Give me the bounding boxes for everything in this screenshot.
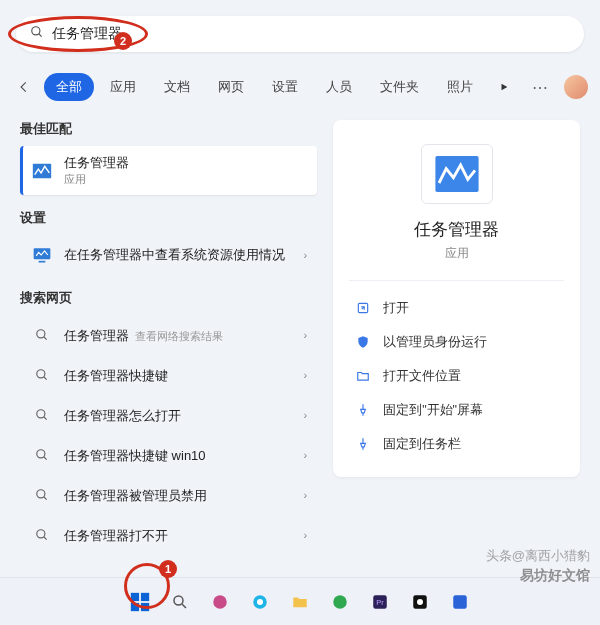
pin-icon bbox=[353, 400, 373, 420]
svg-rect-38 bbox=[453, 595, 467, 609]
chevron-right-icon: › bbox=[304, 329, 308, 341]
divider bbox=[349, 280, 564, 281]
svg-rect-25 bbox=[141, 592, 149, 600]
tab-apps[interactable]: 应用 bbox=[98, 73, 148, 101]
taskbar: Pr bbox=[0, 577, 600, 625]
chevron-right-icon: › bbox=[304, 409, 308, 421]
tab-people[interactable]: 人员 bbox=[314, 73, 364, 101]
web-result-suffix: 查看网络搜索结果 bbox=[135, 330, 223, 342]
tab-documents[interactable]: 文档 bbox=[152, 73, 202, 101]
back-button[interactable] bbox=[12, 75, 36, 99]
folder-icon bbox=[353, 366, 373, 386]
svg-rect-26 bbox=[131, 602, 139, 610]
search-icon bbox=[30, 363, 54, 387]
settings-item[interactable]: 在任务管理器中查看系统资源使用情况 › bbox=[20, 235, 317, 275]
svg-line-13 bbox=[44, 457, 47, 460]
web-result-item[interactable]: 任务管理器被管理员禁用 › bbox=[20, 475, 317, 515]
tab-settings[interactable]: 设置 bbox=[260, 73, 310, 101]
preview-action[interactable]: 固定到"开始"屏幕 bbox=[349, 393, 564, 427]
svg-line-17 bbox=[44, 537, 47, 540]
svg-point-10 bbox=[37, 410, 45, 418]
web-result-item[interactable]: 任务管理器快捷键 win11 › bbox=[20, 555, 317, 565]
svg-rect-27 bbox=[141, 602, 149, 610]
chevron-right-icon: › bbox=[304, 369, 308, 381]
svg-point-0 bbox=[32, 27, 40, 35]
svg-text:Pr: Pr bbox=[376, 598, 384, 607]
web-result-text: 任务管理器 bbox=[64, 328, 129, 343]
web-result-item[interactable]: 任务管理器快捷键 win10 › bbox=[20, 435, 317, 475]
preview-action[interactable]: 打开 bbox=[349, 291, 564, 325]
svg-point-32 bbox=[257, 599, 263, 605]
more-right-icon[interactable] bbox=[493, 76, 515, 98]
monitor-icon bbox=[30, 243, 54, 267]
web-result-item[interactable]: 任务管理器打不开 › bbox=[20, 515, 317, 555]
chevron-right-icon: › bbox=[304, 449, 308, 461]
svg-line-9 bbox=[44, 377, 47, 380]
preview-subtitle: 应用 bbox=[445, 245, 469, 262]
taskbar-app-3[interactable] bbox=[324, 586, 356, 618]
best-match-title: 任务管理器 bbox=[64, 154, 307, 172]
search-icon bbox=[30, 25, 44, 43]
action-label: 打开文件位置 bbox=[383, 368, 461, 385]
svg-line-1 bbox=[39, 34, 42, 37]
preview-pane: 任务管理器 应用 打开以管理员身份运行打开文件位置固定到"开始"屏幕固定到任务栏 bbox=[323, 112, 590, 565]
svg-rect-24 bbox=[131, 592, 139, 600]
search-input[interactable] bbox=[52, 26, 570, 42]
svg-point-30 bbox=[213, 595, 227, 609]
svg-point-12 bbox=[37, 450, 45, 458]
taskbar-file-explorer[interactable] bbox=[284, 586, 316, 618]
settings-item-title: 在任务管理器中查看系统资源使用情况 bbox=[64, 246, 304, 264]
search-icon bbox=[30, 563, 54, 565]
task-manager-icon bbox=[30, 159, 54, 183]
web-result-text: 任务管理器被管理员禁用 bbox=[64, 488, 207, 503]
action-label: 固定到任务栏 bbox=[383, 436, 461, 453]
taskbar-app-4[interactable]: Pr bbox=[364, 586, 396, 618]
chevron-right-icon: › bbox=[304, 529, 308, 541]
more-options[interactable]: ⋯ bbox=[526, 78, 554, 97]
start-button[interactable] bbox=[124, 586, 156, 618]
best-match-subtitle: 应用 bbox=[64, 172, 307, 187]
search-bar[interactable] bbox=[16, 16, 584, 52]
section-best-match: 最佳匹配 bbox=[20, 120, 317, 138]
taskbar-app-5[interactable] bbox=[404, 586, 436, 618]
taskbar-app-6[interactable] bbox=[444, 586, 476, 618]
preview-action[interactable]: 以管理员身份运行 bbox=[349, 325, 564, 359]
svg-line-15 bbox=[44, 497, 47, 500]
svg-point-28 bbox=[174, 596, 183, 605]
best-match-item[interactable]: 任务管理器 应用 bbox=[20, 146, 317, 195]
results-list: 最佳匹配 任务管理器 应用 设置 在任务管理器中查看系统资源使用情况 › 搜索网… bbox=[10, 112, 323, 565]
preview-card: 任务管理器 应用 打开以管理员身份运行打开文件位置固定到"开始"屏幕固定到任务栏 bbox=[333, 120, 580, 477]
section-web: 搜索网页 bbox=[20, 289, 317, 307]
tab-web[interactable]: 网页 bbox=[206, 73, 256, 101]
filter-tabs: 全部 应用 文档 网页 设置 人员 文件夹 照片 ⋯ bbox=[12, 68, 588, 106]
svg-point-37 bbox=[417, 599, 423, 605]
web-result-text: 任务管理器怎么打开 bbox=[64, 408, 181, 423]
web-result-text: 任务管理器快捷键 win10 bbox=[64, 448, 206, 463]
taskbar-app-1[interactable] bbox=[204, 586, 236, 618]
taskbar-search[interactable] bbox=[164, 586, 196, 618]
preview-action[interactable]: 打开文件位置 bbox=[349, 359, 564, 393]
preview-action[interactable]: 固定到任务栏 bbox=[349, 427, 564, 461]
open-icon bbox=[353, 298, 373, 318]
preview-app-icon bbox=[421, 144, 493, 204]
svg-point-33 bbox=[333, 595, 347, 609]
taskbar-app-2[interactable] bbox=[244, 586, 276, 618]
tab-all[interactable]: 全部 bbox=[44, 73, 94, 101]
search-icon bbox=[30, 403, 54, 427]
svg-line-29 bbox=[182, 604, 186, 608]
web-result-item[interactable]: 任务管理器快捷键 › bbox=[20, 355, 317, 395]
svg-point-8 bbox=[37, 370, 45, 378]
chevron-right-icon: › bbox=[304, 249, 308, 261]
web-result-text: 任务管理器打不开 bbox=[64, 528, 168, 543]
tab-folders[interactable]: 文件夹 bbox=[368, 73, 431, 101]
svg-point-16 bbox=[37, 530, 45, 538]
preview-title: 任务管理器 bbox=[414, 218, 499, 241]
web-result-item[interactable]: 任务管理器怎么打开 › bbox=[20, 395, 317, 435]
search-icon bbox=[30, 323, 54, 347]
web-result-item[interactable]: 任务管理器查看网络搜索结果 › bbox=[20, 315, 317, 355]
svg-line-11 bbox=[44, 417, 47, 420]
search-icon bbox=[30, 523, 54, 547]
admin-icon bbox=[353, 332, 373, 352]
tab-photos[interactable]: 照片 bbox=[435, 73, 485, 101]
profile-avatar[interactable] bbox=[564, 75, 588, 99]
